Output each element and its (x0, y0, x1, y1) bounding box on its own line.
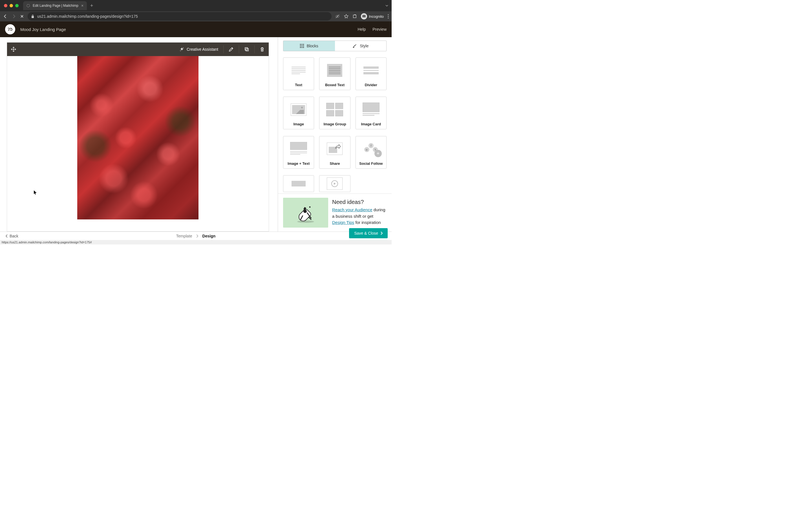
bookmark-star-icon[interactable] (344, 14, 349, 18)
svg-rect-18 (301, 46, 302, 47)
reload-button[interactable] (20, 14, 24, 18)
browser-menu-button[interactable] (388, 14, 389, 18)
save-label: Save & Close (354, 231, 378, 235)
incognito-badge[interactable]: Incognito (361, 13, 384, 19)
block-label: Social Follow (356, 161, 386, 168)
block-label: Boxed Text (319, 83, 350, 90)
block-label: Share (319, 161, 350, 168)
edit-button[interactable] (229, 47, 234, 52)
creative-assistant-button[interactable]: Creative Assistant (179, 47, 218, 52)
incognito-icon (361, 13, 367, 19)
tab-blocks[interactable]: Blocks (283, 41, 335, 51)
svg-rect-19 (303, 46, 304, 47)
eye-off-icon[interactable] (335, 14, 340, 19)
tab-blocks-label: Blocks (307, 44, 318, 48)
svg-rect-15 (301, 44, 302, 45)
app-header: Mood Joy Landing Page Help Preview (0, 21, 392, 37)
ideas-illustration (283, 198, 328, 228)
block-social-follow[interactable]: f ◎ 𝕏 + Social Follow (356, 136, 387, 169)
thumb-image-group-icon (319, 97, 350, 122)
breadcrumb: Template Design (176, 234, 216, 238)
breadcrumb-design: Design (202, 234, 216, 238)
block-divider[interactable]: Divider (356, 57, 387, 90)
svg-rect-1 (32, 16, 34, 18)
save-close-button[interactable]: Save & Close (349, 228, 388, 238)
image-content[interactable] (7, 56, 269, 219)
svg-rect-5 (354, 14, 356, 15)
help-link[interactable]: Help (357, 27, 366, 32)
block-text[interactable]: Text (283, 57, 314, 90)
move-handle-icon[interactable] (11, 47, 16, 52)
svg-rect-13 (246, 48, 248, 51)
ideas-text-2: for inspiration (354, 220, 380, 225)
svg-point-7 (364, 16, 366, 17)
breadcrumb-template[interactable]: Template (176, 234, 192, 238)
block-boxed-text[interactable]: Boxed Text (319, 57, 350, 90)
page-title: Mood Joy Landing Page (20, 27, 66, 32)
tab-style[interactable]: Style (335, 41, 387, 51)
back-link[interactable]: Back (6, 234, 18, 238)
extensions-icon[interactable] (352, 14, 357, 18)
tab-overflow-button[interactable] (385, 4, 389, 8)
canvas-frame[interactable]: Creative Assistant (7, 42, 269, 231)
sidebar-tabs: Blocks Style (283, 41, 387, 51)
grid-icon (300, 44, 304, 48)
blocks-grid: Text Boxed Text Divider Image Image Grou… (278, 51, 392, 193)
forward-button[interactable] (11, 14, 16, 19)
selected-image-block[interactable]: Creative Assistant (7, 43, 269, 219)
chevron-left-icon (6, 234, 8, 238)
browser-tab-bar: Edit Landing Page | Mailchimp × + (0, 0, 392, 11)
status-url: https://us21.admin.mailchimp.com/landing… (2, 240, 92, 244)
canvas-area: Creative Assistant (0, 37, 278, 231)
tab-favicon (27, 4, 30, 7)
window-minimize-button[interactable] (10, 4, 13, 7)
thumb-button-icon (283, 175, 314, 192)
svg-rect-16 (303, 44, 304, 45)
thumb-text-icon (283, 58, 314, 83)
incognito-label: Incognito (369, 14, 384, 18)
ideas-panel: Need ideas? Reach your Audience during a… (278, 193, 392, 231)
svg-point-0 (27, 4, 30, 7)
svg-rect-22 (303, 47, 304, 48)
svg-rect-14 (300, 44, 301, 45)
svg-point-9 (388, 16, 389, 17)
tab-title: Edit Landing Page | Mailchimp (33, 4, 79, 8)
browser-toolbar: us21.admin.mailchimp.com/landing-pages/d… (0, 11, 392, 21)
bottom-bar: Back Template Design Save & Close (0, 231, 392, 240)
mailchimp-logo[interactable] (5, 24, 15, 34)
ideas-link-reach-audience[interactable]: Reach your Audience (332, 207, 372, 212)
thumb-image-text-icon (283, 136, 314, 161)
paintbrush-icon (352, 44, 357, 48)
ideas-link-design-tips[interactable]: Design Tips (332, 220, 354, 225)
block-label: Image Card (356, 122, 386, 129)
duplicate-button[interactable] (244, 47, 249, 52)
block-share[interactable]: Share (319, 136, 350, 169)
svg-point-24 (303, 210, 307, 213)
svg-point-11 (11, 29, 11, 29)
window-close-button[interactable] (4, 4, 7, 7)
block-image-card[interactable]: Image Card (356, 97, 387, 129)
block-image[interactable]: Image (283, 97, 314, 129)
block-image-text[interactable]: Image + Text (283, 136, 314, 169)
preview-link[interactable]: Preview (372, 27, 387, 32)
block-video[interactable] (319, 175, 350, 192)
delete-button[interactable] (260, 47, 265, 52)
svg-rect-17 (300, 46, 301, 47)
new-tab-button[interactable]: + (90, 3, 93, 9)
window-maximize-button[interactable] (15, 4, 18, 7)
block-button[interactable] (283, 175, 314, 192)
back-button[interactable] (3, 14, 8, 19)
thumb-boxed-text-icon (319, 58, 350, 83)
ideas-title: Need ideas? (332, 198, 387, 206)
browser-tab[interactable]: Edit Landing Page | Mailchimp × (23, 1, 87, 10)
svg-point-6 (362, 16, 364, 17)
block-toolbar: Creative Assistant (7, 43, 269, 56)
thumb-divider-icon (356, 58, 386, 83)
tab-close-button[interactable]: × (81, 3, 84, 8)
address-bar[interactable]: us21.admin.mailchimp.com/landing-pages/d… (28, 12, 332, 20)
svg-rect-20 (300, 47, 301, 48)
back-label: Back (10, 234, 18, 238)
block-image-group[interactable]: Image Group (319, 97, 350, 129)
svg-point-10 (388, 18, 389, 18)
sidebar: Blocks Style Text Boxed Text Divider (278, 37, 392, 231)
